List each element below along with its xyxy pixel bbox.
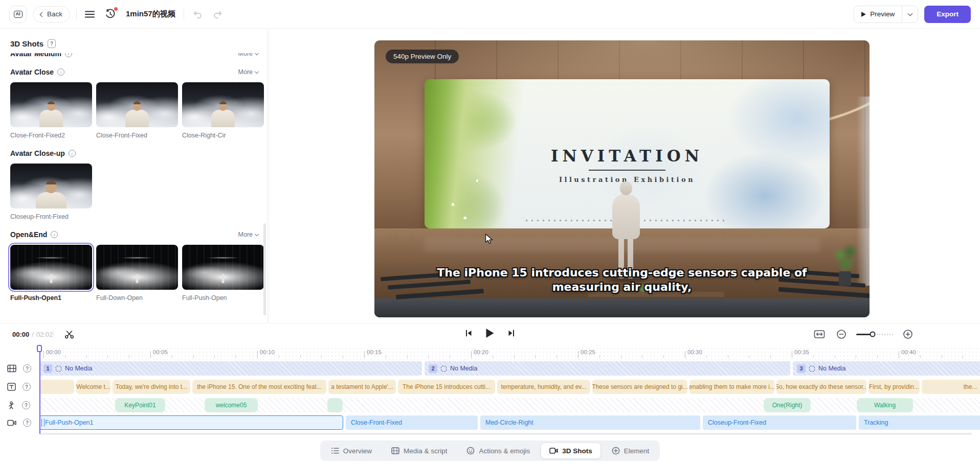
undo-button[interactable] <box>190 8 205 21</box>
panel-scrollbar[interactable] <box>263 223 266 315</box>
split-clip-button[interactable] <box>62 328 76 341</box>
shots-section-avatar-medium: Avatar MediumiMore <box>10 53 268 60</box>
resolution-badge: 540p Preview Only <box>386 50 459 63</box>
video-preview[interactable]: INVITATION Illustration Exhibition <box>374 40 870 317</box>
script-segment[interactable]: Welcome t... <box>76 380 110 394</box>
clip-number-badge: 3 <box>797 364 806 373</box>
script-segment[interactable]: The iPhone 15 introduces cutti... <box>398 380 495 394</box>
shot-clip-Med-Circle-Right[interactable]: Med-Circle-Right <box>480 415 700 430</box>
script-segment[interactable]: First, by providin... <box>868 380 920 394</box>
more-link[interactable]: More <box>238 231 258 238</box>
zoom-in-button[interactable] <box>901 328 915 341</box>
project-title[interactable]: 1min57的视频 <box>126 9 175 19</box>
script-segment[interactable]: the... <box>922 380 980 394</box>
action-chip[interactable] <box>327 398 343 412</box>
shot-thumbnail-image[interactable] <box>10 245 92 290</box>
shot-thumb-Close-Front-Fixed[interactable]: Close-Front-Fixed <box>96 82 178 139</box>
app-logo[interactable]: AI <box>9 6 27 23</box>
help-icon[interactable]: ? <box>48 39 56 48</box>
shot-thumbnail-image[interactable] <box>96 82 178 127</box>
next-frame-button[interactable] <box>506 328 517 339</box>
more-link[interactable]: More <box>238 68 258 76</box>
shot-thumbnail-image[interactable] <box>10 164 92 208</box>
no-media-placeholder-icon <box>441 366 447 372</box>
tab-overview[interactable]: Overview <box>322 443 381 459</box>
action-chip[interactable]: One(Right) <box>764 398 811 412</box>
shot-clip-Full-Push-Open1[interactable]: Full-Push-Open1 <box>39 415 343 430</box>
zoom-out-icon <box>836 329 847 339</box>
ruler-tick <box>193 355 194 358</box>
shot-thumb-Close-Right-Cir[interactable]: Close-Right-Cir <box>182 82 264 139</box>
shot-clip-Tracking[interactable]: Tracking <box>859 415 980 430</box>
media-clip-1[interactable]: 1No Media <box>39 361 422 376</box>
redo-button[interactable] <box>211 8 225 21</box>
scissors-icon <box>64 330 74 339</box>
menu-button[interactable] <box>83 8 97 20</box>
export-button[interactable]: Export <box>924 6 971 23</box>
script-segment[interactable] <box>39 380 74 394</box>
ruler-tick <box>835 355 835 358</box>
tab-media-script[interactable]: Media & script <box>383 443 456 459</box>
timeline-horizontal-scrollbar[interactable] <box>39 433 972 435</box>
fit-width-icon <box>814 330 825 339</box>
shot-clip-Close-Front-Fixed[interactable]: Close-Front-Fixed <box>346 415 478 430</box>
ruler-tick <box>770 355 771 358</box>
media-icon <box>391 447 399 455</box>
shot-thumbnail-image[interactable] <box>96 245 178 290</box>
chevron-left-icon <box>40 12 45 17</box>
shot-thumbnail-image[interactable] <box>182 245 264 290</box>
tab-pill: OverviewMedia & scriptActions & emojis3D… <box>320 440 660 461</box>
ruler-tick <box>386 355 386 358</box>
tab-actions-emojis[interactable]: Actions & emojis <box>458 443 539 459</box>
preview-button[interactable]: Preview <box>854 10 902 18</box>
media-clip-3[interactable]: 3No Media <box>793 361 980 376</box>
ruler-tick <box>300 355 301 358</box>
action-chip[interactable]: welcome05 <box>205 398 258 412</box>
previous-frame-button[interactable] <box>463 328 475 339</box>
ruler-tick <box>899 351 899 358</box>
video-editor-app: AI Back 1min57的视频 <box>0 0 980 464</box>
shot-thumbnail-image[interactable] <box>182 82 264 127</box>
script-segment[interactable]: These sensors are designed to gi... <box>592 380 687 394</box>
tab-3d-shots[interactable]: 3D Shots <box>541 443 601 459</box>
transport-controls <box>463 327 517 339</box>
play-button[interactable] <box>485 327 496 339</box>
shot-thumb-Full-Push-Open1[interactable]: Full-Push-Open1 <box>10 245 92 301</box>
shot-thumb-Full-Push-Open[interactable]: Full-Push-Open <box>182 245 264 301</box>
action-chip[interactable]: Walking <box>857 398 913 412</box>
shot-thumb-Full-Down-Open[interactable]: Full-Down-Open <box>96 245 178 301</box>
shot-thumbnail-image[interactable] <box>10 82 92 127</box>
timeline-ruler[interactable]: 00:0000:0500:1000:1500:2000:2500:3000:35… <box>0 346 980 360</box>
script-segment[interactable]: Today, we're diving into t... <box>113 380 190 394</box>
more-link[interactable]: More <box>238 53 258 57</box>
shot-clip-label: Tracking <box>864 419 888 426</box>
script-segment[interactable]: enabling them to make more i... <box>689 380 774 394</box>
ruler-tick <box>877 355 878 358</box>
zoom-out-button[interactable] <box>835 328 848 341</box>
media-track: 1No Media2No Media3No Media <box>0 361 980 376</box>
playhead[interactable] <box>39 346 40 434</box>
zoom-slider-knob[interactable] <box>870 332 876 337</box>
playhead-handle[interactable] <box>37 345 42 352</box>
time-display: 00:00 / 02:02 <box>12 331 53 338</box>
tab-element[interactable]: Element <box>603 443 658 459</box>
ruler-time-label: 00:10 <box>260 349 275 355</box>
script-segment[interactable]: So, how exactly do these sensor... <box>776 380 866 394</box>
media-clip-2[interactable]: 2No Media <box>425 361 790 376</box>
shots-panel: 3D Shots ? Avatar MediumiMoreAvatar Clos… <box>0 29 268 323</box>
shot-thumb-Closeup-Front-Fixed[interactable]: Closeup-Front-Fixed <box>10 164 92 220</box>
fit-timeline-button[interactable] <box>812 328 827 340</box>
action-chip[interactable]: KeyPoint01 <box>115 398 165 412</box>
shot-clip-Closeup-Front-Fixed[interactable]: Closeup-Front-Fixed <box>703 415 856 430</box>
zoom-slider[interactable] <box>856 334 893 335</box>
ruler-tick <box>685 351 685 358</box>
ruler-tick <box>407 355 408 358</box>
preview-options-button[interactable] <box>902 6 918 22</box>
back-button[interactable]: Back <box>33 6 70 22</box>
script-segment[interactable]: the iPhone 15. One of the most exciting … <box>192 380 326 394</box>
script-segment[interactable]: a testament to Apple'... <box>328 380 396 394</box>
shot-thumb-Close-Front-Fixed2[interactable]: Close-Front-Fixed2 <box>10 82 92 139</box>
skip-back-icon <box>465 329 473 337</box>
script-segment[interactable]: temperature, humidity, and ev... <box>497 380 590 394</box>
history-button[interactable] <box>103 7 118 21</box>
